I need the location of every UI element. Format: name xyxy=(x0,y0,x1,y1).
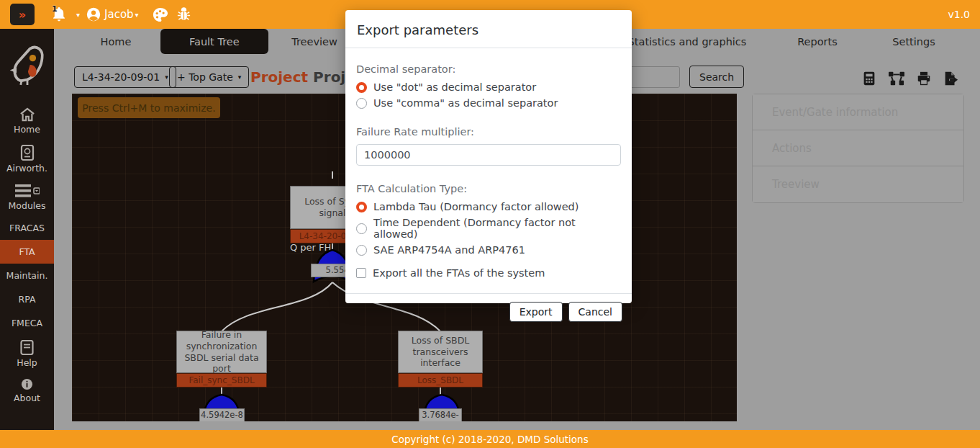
export-parameters-modal: Export parameters Decimal separator: Use… xyxy=(345,10,632,303)
decimal-separator-label: Decimal separator: xyxy=(356,63,621,75)
search-button[interactable]: Search xyxy=(689,66,744,88)
right-accordion-panel: Event/Gate information Actions Treeview xyxy=(752,94,964,203)
radio-sae-arp[interactable]: SAE ARP4754A and ARP4761 xyxy=(356,244,621,256)
sidebar-item-about[interactable]: About xyxy=(0,373,54,408)
copyright-text: Copyright (c) 2018-2020, DMD Solutions xyxy=(391,434,588,445)
modal-header: Export parameters xyxy=(345,10,632,48)
event-node-title[interactable]: Loss of SBDL transceivers interface xyxy=(398,331,483,373)
file-export-icon[interactable] xyxy=(943,71,958,86)
sidebar-item-fta[interactable]: FTA xyxy=(0,240,54,264)
radio-icon[interactable] xyxy=(356,245,367,256)
radio-lambda-tau[interactable]: Lambda Tau (Dormancy factor allowed) xyxy=(356,201,621,212)
event-node-title[interactable]: Failure in synchronization SBDL serial d… xyxy=(176,331,267,373)
palette-icon xyxy=(152,6,168,23)
project-label: Project xyxy=(250,68,308,86)
radio-icon[interactable] xyxy=(356,202,367,212)
cancel-button[interactable]: Cancel xyxy=(568,302,622,322)
radio-icon[interactable] xyxy=(356,82,367,93)
top-gate-label: + Top Gate xyxy=(177,71,233,83)
radio-label: SAE ARP4754A and ARP4761 xyxy=(373,244,525,256)
modal-footer: Export Cancel xyxy=(345,293,632,330)
sidebar-item-home[interactable]: Home xyxy=(0,102,54,140)
accordion-event-gate-information[interactable]: Event/Gate information xyxy=(753,94,963,130)
checkbox-export-all-ftas[interactable]: Export all the FTAs of the system xyxy=(356,267,621,279)
sidebar: Home Airworth. Modules FRACAS FTA Mainta… xyxy=(0,29,54,430)
bars-icon xyxy=(15,184,40,198)
sidebar-collapse-button[interactable]: » xyxy=(10,4,35,25)
theme-button[interactable] xyxy=(152,6,168,23)
event-node-id[interactable]: Fail_sync_SBDL xyxy=(176,373,267,387)
radio-label: Use "dot" as decimal separator xyxy=(373,81,536,93)
bug-icon xyxy=(176,6,192,23)
accordion-treeview[interactable]: Treeview xyxy=(753,166,963,202)
tree-selector-value: L4-34-20-09-01 xyxy=(82,71,160,83)
notification-badge: 1 xyxy=(52,4,58,14)
maximize-hint-badge: Press Ctrl+M to maximize. xyxy=(78,97,220,118)
tab-reports[interactable]: Reports xyxy=(797,29,838,54)
house-icon xyxy=(19,107,35,122)
fault-tree-selector-dropdown[interactable]: L4-34-20-09-01▾ xyxy=(74,66,176,88)
sidebar-label: FMECA xyxy=(12,318,42,328)
radio-comma-separator[interactable]: Use "comma" as decimal separator xyxy=(356,97,621,109)
sidebar-label: Modules xyxy=(9,200,46,211)
sidebar-item-help[interactable]: Help xyxy=(0,335,54,373)
tab-settings[interactable]: Settings xyxy=(892,29,935,54)
project-title: ProjectProje xyxy=(250,68,355,86)
radio-dot-separator[interactable]: Use "dot" as decimal separator xyxy=(356,81,621,93)
radio-label: Use "comma" as decimal separator xyxy=(373,97,558,109)
user-name: Jacob xyxy=(104,8,134,21)
user-menu[interactable]: Jacob ▾ xyxy=(86,6,145,22)
user-circle-icon xyxy=(86,6,101,22)
export-button[interactable]: Export xyxy=(509,302,563,322)
sidebar-label: Help xyxy=(17,357,37,368)
sidebar-item-fmeca[interactable]: FMECA xyxy=(0,311,54,335)
sidebar-label: Home xyxy=(14,124,40,135)
checkbox-label: Export all the FTAs of the system xyxy=(373,267,545,279)
debug-button[interactable] xyxy=(176,6,192,23)
sidebar-item-rpa[interactable]: RPA xyxy=(0,287,54,311)
sidebar-item-maintain[interactable]: Maintain. xyxy=(0,264,54,287)
fta-calc-type-label: FTA Calculation Type: xyxy=(356,183,621,194)
radio-icon[interactable] xyxy=(356,223,367,234)
accordion-actions[interactable]: Actions xyxy=(753,130,963,166)
tab-home[interactable]: Home xyxy=(101,29,132,54)
project-diagram-icon[interactable] xyxy=(888,71,905,86)
info-circle-icon xyxy=(21,378,33,390)
event-node-id[interactable]: Loss_SBDL xyxy=(398,373,483,387)
radio-label: Time Dependent (Dormancy factor not allo… xyxy=(373,217,621,240)
notifications-button[interactable]: 1 xyxy=(50,6,68,23)
footer: Copyright (c) 2018-2020, DMD Solutions xyxy=(0,430,980,448)
tab-statistics-and-graphics[interactable]: Statistics and graphics xyxy=(628,29,747,54)
sidebar-item-airworthiness[interactable]: Airworth. xyxy=(0,140,54,179)
tab-fault-tree[interactable]: Fault Tree xyxy=(160,29,268,54)
sidebar-label: Airworth. xyxy=(6,163,47,174)
checkbox-icon[interactable] xyxy=(356,268,366,278)
sidebar-item-modules[interactable]: Modules xyxy=(0,179,54,216)
sidebar-label: RPA xyxy=(19,294,36,305)
sidebar-label: Maintain. xyxy=(6,270,48,281)
radio-time-dependent[interactable]: Time Dependent (Dormancy factor not allo… xyxy=(356,217,621,240)
sidebar-label: FTA xyxy=(19,246,35,257)
event-probability-value: 3.7684e-9 xyxy=(419,408,462,421)
modal-title: Export parameters xyxy=(357,22,620,37)
passport-icon xyxy=(20,145,35,161)
print-icon[interactable] xyxy=(916,71,932,86)
radio-icon[interactable] xyxy=(356,98,367,109)
add-top-gate-dropdown[interactable]: + Top Gate▾ xyxy=(169,66,249,88)
event-probability-value: 4.5942e-8 xyxy=(199,408,245,421)
collapse-chevrons-icon: » xyxy=(19,8,26,22)
calculator-icon[interactable] xyxy=(861,71,877,86)
sidebar-label: About xyxy=(14,393,40,403)
sidebar-label: FRACAS xyxy=(9,223,45,233)
failure-rate-input[interactable] xyxy=(356,144,621,166)
notifications-caret-icon[interactable]: ▾ xyxy=(76,11,80,19)
app-version: v1.0 xyxy=(948,9,970,20)
app-logo-bird-icon xyxy=(7,42,47,86)
sidebar-item-fracas[interactable]: FRACAS xyxy=(0,216,54,240)
chevron-down-icon: ▾ xyxy=(165,73,168,81)
failure-rate-label: Failure Rate multiplier: xyxy=(356,126,621,138)
radio-label: Lambda Tau (Dormancy factor allowed) xyxy=(373,201,579,212)
tab-treeview[interactable]: Treeview xyxy=(291,29,337,54)
modal-body: Decimal separator: Use "dot" as decimal … xyxy=(345,48,632,287)
chevron-down-icon: ▾ xyxy=(238,73,242,81)
